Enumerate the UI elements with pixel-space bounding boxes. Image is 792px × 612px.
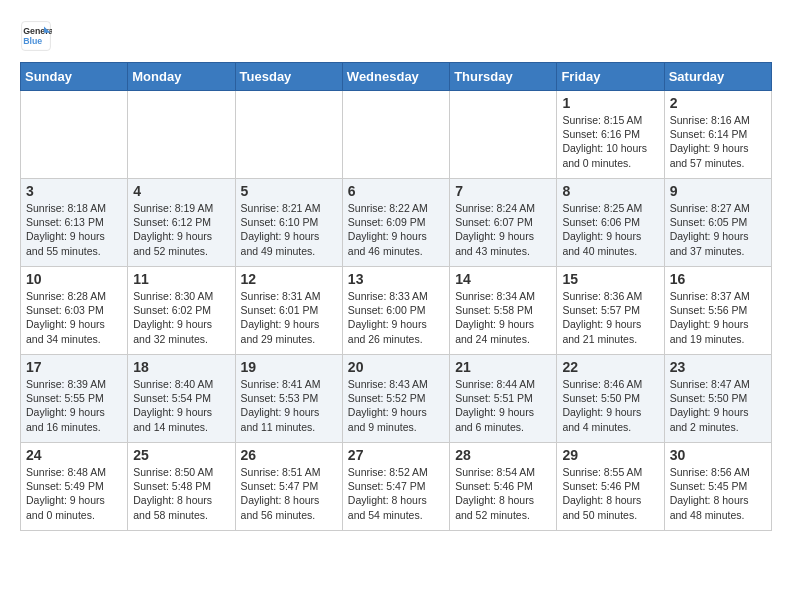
calendar-cell: 20Sunrise: 8:43 AM Sunset: 5:52 PM Dayli… [342,355,449,443]
day-detail: Sunrise: 8:56 AM Sunset: 5:45 PM Dayligh… [670,465,766,522]
weekday-header: Saturday [664,63,771,91]
day-detail: Sunrise: 8:22 AM Sunset: 6:09 PM Dayligh… [348,201,444,258]
calendar-cell: 24Sunrise: 8:48 AM Sunset: 5:49 PM Dayli… [21,443,128,531]
day-number: 14 [455,271,551,287]
calendar-cell: 21Sunrise: 8:44 AM Sunset: 5:51 PM Dayli… [450,355,557,443]
day-detail: Sunrise: 8:44 AM Sunset: 5:51 PM Dayligh… [455,377,551,434]
calendar-cell: 19Sunrise: 8:41 AM Sunset: 5:53 PM Dayli… [235,355,342,443]
day-detail: Sunrise: 8:33 AM Sunset: 6:00 PM Dayligh… [348,289,444,346]
day-detail: Sunrise: 8:54 AM Sunset: 5:46 PM Dayligh… [455,465,551,522]
calendar-cell: 14Sunrise: 8:34 AM Sunset: 5:58 PM Dayli… [450,267,557,355]
calendar-cell: 16Sunrise: 8:37 AM Sunset: 5:56 PM Dayli… [664,267,771,355]
calendar-cell: 5Sunrise: 8:21 AM Sunset: 6:10 PM Daylig… [235,179,342,267]
calendar-cell [450,91,557,179]
day-number: 19 [241,359,337,375]
day-detail: Sunrise: 8:40 AM Sunset: 5:54 PM Dayligh… [133,377,229,434]
day-detail: Sunrise: 8:16 AM Sunset: 6:14 PM Dayligh… [670,113,766,170]
logo: General Blue [20,20,58,52]
calendar-cell: 3Sunrise: 8:18 AM Sunset: 6:13 PM Daylig… [21,179,128,267]
calendar-cell: 13Sunrise: 8:33 AM Sunset: 6:00 PM Dayli… [342,267,449,355]
calendar-week-row: 24Sunrise: 8:48 AM Sunset: 5:49 PM Dayli… [21,443,772,531]
day-number: 28 [455,447,551,463]
calendar-cell [342,91,449,179]
day-detail: Sunrise: 8:43 AM Sunset: 5:52 PM Dayligh… [348,377,444,434]
day-detail: Sunrise: 8:30 AM Sunset: 6:02 PM Dayligh… [133,289,229,346]
calendar-week-row: 1Sunrise: 8:15 AM Sunset: 6:16 PM Daylig… [21,91,772,179]
day-detail: Sunrise: 8:31 AM Sunset: 6:01 PM Dayligh… [241,289,337,346]
day-detail: Sunrise: 8:48 AM Sunset: 5:49 PM Dayligh… [26,465,122,522]
day-number: 10 [26,271,122,287]
calendar-cell: 30Sunrise: 8:56 AM Sunset: 5:45 PM Dayli… [664,443,771,531]
day-detail: Sunrise: 8:41 AM Sunset: 5:53 PM Dayligh… [241,377,337,434]
day-number: 12 [241,271,337,287]
day-number: 4 [133,183,229,199]
day-number: 5 [241,183,337,199]
day-number: 3 [26,183,122,199]
calendar-cell: 6Sunrise: 8:22 AM Sunset: 6:09 PM Daylig… [342,179,449,267]
weekday-header-row: SundayMondayTuesdayWednesdayThursdayFrid… [21,63,772,91]
calendar-cell [128,91,235,179]
calendar-cell: 18Sunrise: 8:40 AM Sunset: 5:54 PM Dayli… [128,355,235,443]
calendar-week-row: 3Sunrise: 8:18 AM Sunset: 6:13 PM Daylig… [21,179,772,267]
weekday-header: Thursday [450,63,557,91]
day-number: 25 [133,447,229,463]
calendar-cell: 2Sunrise: 8:16 AM Sunset: 6:14 PM Daylig… [664,91,771,179]
day-detail: Sunrise: 8:21 AM Sunset: 6:10 PM Dayligh… [241,201,337,258]
day-detail: Sunrise: 8:36 AM Sunset: 5:57 PM Dayligh… [562,289,658,346]
day-number: 9 [670,183,766,199]
weekday-header: Wednesday [342,63,449,91]
day-detail: Sunrise: 8:52 AM Sunset: 5:47 PM Dayligh… [348,465,444,522]
day-number: 11 [133,271,229,287]
day-detail: Sunrise: 8:15 AM Sunset: 6:16 PM Dayligh… [562,113,658,170]
day-number: 22 [562,359,658,375]
day-detail: Sunrise: 8:27 AM Sunset: 6:05 PM Dayligh… [670,201,766,258]
day-number: 24 [26,447,122,463]
calendar-cell: 22Sunrise: 8:46 AM Sunset: 5:50 PM Dayli… [557,355,664,443]
day-number: 27 [348,447,444,463]
calendar-cell: 15Sunrise: 8:36 AM Sunset: 5:57 PM Dayli… [557,267,664,355]
calendar-cell: 26Sunrise: 8:51 AM Sunset: 5:47 PM Dayli… [235,443,342,531]
day-detail: Sunrise: 8:39 AM Sunset: 5:55 PM Dayligh… [26,377,122,434]
day-detail: Sunrise: 8:37 AM Sunset: 5:56 PM Dayligh… [670,289,766,346]
calendar-cell: 29Sunrise: 8:55 AM Sunset: 5:46 PM Dayli… [557,443,664,531]
calendar-table: SundayMondayTuesdayWednesdayThursdayFrid… [20,62,772,531]
day-number: 17 [26,359,122,375]
day-number: 26 [241,447,337,463]
weekday-header: Monday [128,63,235,91]
day-detail: Sunrise: 8:19 AM Sunset: 6:12 PM Dayligh… [133,201,229,258]
logo-icon: General Blue [20,20,52,52]
calendar-cell [235,91,342,179]
day-number: 1 [562,95,658,111]
calendar-week-row: 10Sunrise: 8:28 AM Sunset: 6:03 PM Dayli… [21,267,772,355]
day-number: 20 [348,359,444,375]
day-number: 15 [562,271,658,287]
calendar-cell: 10Sunrise: 8:28 AM Sunset: 6:03 PM Dayli… [21,267,128,355]
page-header: General Blue [20,20,772,52]
day-number: 6 [348,183,444,199]
calendar-cell: 11Sunrise: 8:30 AM Sunset: 6:02 PM Dayli… [128,267,235,355]
day-number: 8 [562,183,658,199]
day-number: 30 [670,447,766,463]
calendar-cell: 12Sunrise: 8:31 AM Sunset: 6:01 PM Dayli… [235,267,342,355]
calendar-cell: 8Sunrise: 8:25 AM Sunset: 6:06 PM Daylig… [557,179,664,267]
day-number: 18 [133,359,229,375]
day-detail: Sunrise: 8:51 AM Sunset: 5:47 PM Dayligh… [241,465,337,522]
calendar-cell: 9Sunrise: 8:27 AM Sunset: 6:05 PM Daylig… [664,179,771,267]
day-number: 7 [455,183,551,199]
calendar-cell: 17Sunrise: 8:39 AM Sunset: 5:55 PM Dayli… [21,355,128,443]
svg-text:Blue: Blue [23,36,42,46]
day-detail: Sunrise: 8:50 AM Sunset: 5:48 PM Dayligh… [133,465,229,522]
day-detail: Sunrise: 8:46 AM Sunset: 5:50 PM Dayligh… [562,377,658,434]
day-detail: Sunrise: 8:18 AM Sunset: 6:13 PM Dayligh… [26,201,122,258]
calendar-cell: 4Sunrise: 8:19 AM Sunset: 6:12 PM Daylig… [128,179,235,267]
calendar-week-row: 17Sunrise: 8:39 AM Sunset: 5:55 PM Dayli… [21,355,772,443]
day-number: 29 [562,447,658,463]
calendar-cell: 27Sunrise: 8:52 AM Sunset: 5:47 PM Dayli… [342,443,449,531]
day-detail: Sunrise: 8:47 AM Sunset: 5:50 PM Dayligh… [670,377,766,434]
calendar-cell: 7Sunrise: 8:24 AM Sunset: 6:07 PM Daylig… [450,179,557,267]
day-number: 13 [348,271,444,287]
day-detail: Sunrise: 8:25 AM Sunset: 6:06 PM Dayligh… [562,201,658,258]
calendar-cell: 23Sunrise: 8:47 AM Sunset: 5:50 PM Dayli… [664,355,771,443]
day-number: 21 [455,359,551,375]
weekday-header: Friday [557,63,664,91]
